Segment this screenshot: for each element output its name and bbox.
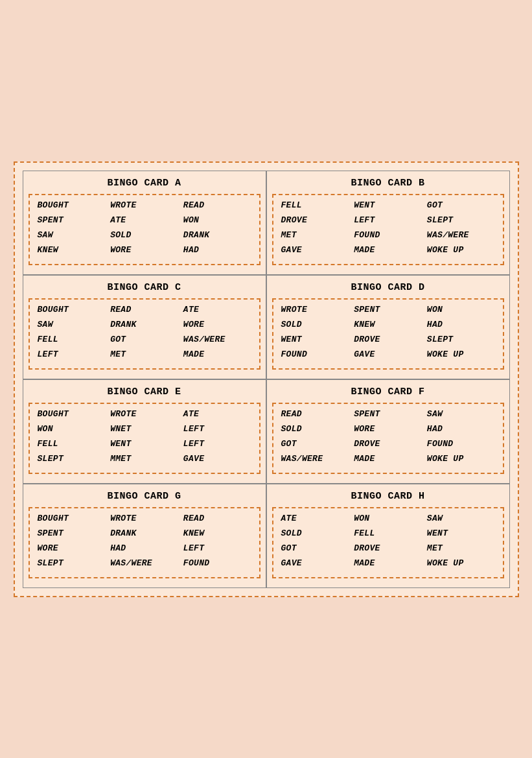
bingo-card-a: BINGO CARD ABOUGHTWROTEREADSPENTATEWONSA… [23, 171, 266, 275]
card-cell: KNEW [35, 244, 108, 256]
card-cell: SOLD [279, 527, 352, 539]
card-cell: READ [279, 408, 352, 420]
card-cell: MADE [181, 348, 254, 361]
bingo-card-c: BINGO CARD CBOUGHTREADATESAWDRANKWOREFEL… [23, 275, 266, 379]
card-cell: FOUND [181, 557, 254, 569]
card-cell: SPENT [35, 214, 108, 226]
card-row: FELLWENTGOT [279, 199, 498, 211]
card-row: WOREHADLEFT [35, 542, 254, 554]
card-cell: GAVE [181, 453, 254, 465]
card-row: GOTDROVEMET [279, 542, 498, 554]
card-cell: WENT [108, 438, 181, 450]
card-row: FOUNDGAVEWOKE UP [279, 348, 498, 361]
bingo-card-h: BINGO CARD HATEWONSAWSOLDFELLWENTGOTDROV… [266, 484, 510, 588]
card-title-c: BINGO CARD C [29, 282, 260, 293]
card-cell: GOT [424, 199, 498, 211]
card-row: READSPENTSAW [279, 408, 498, 420]
card-row: GOTDROVEFOUND [279, 438, 498, 450]
card-title-h: BINGO CARD H [272, 491, 504, 502]
card-cell: DROVE [279, 214, 352, 226]
card-row: DROVELEFTSLEPT [279, 214, 498, 226]
card-cell: SAW [35, 318, 108, 331]
card-cell: LEFT [181, 438, 254, 450]
card-cell: WENT [279, 333, 352, 346]
card-cell: READ [181, 199, 254, 211]
card-cell: KNEW [181, 527, 254, 539]
card-title-g: BINGO CARD G [29, 491, 260, 502]
card-cell: GAVE [279, 557, 352, 569]
card-cell: WROTE [108, 199, 181, 211]
card-cell: WORE [35, 542, 108, 554]
card-cell: BOUGHT [35, 303, 108, 316]
card-cell: SPENT [35, 527, 108, 539]
card-title-f: BINGO CARD F [272, 386, 504, 397]
card-cell: WENT [424, 527, 498, 539]
card-cell: WON [351, 512, 424, 525]
card-cell: ATE [181, 303, 254, 316]
bingo-card-b: BINGO CARD BFELLWENTGOTDROVELEFTSLEPTMET… [266, 171, 510, 275]
card-row: GAVEMADEWOKE UP [279, 244, 498, 256]
card-cell: DROVE [351, 333, 424, 346]
card-row: BOUGHTREADATE [35, 303, 254, 316]
card-cell: ATE [279, 512, 352, 525]
card-row: SOLDKNEWHAD [279, 318, 498, 331]
card-cell: ATE [181, 408, 254, 420]
card-cell: SAW [424, 512, 498, 525]
card-cell: WENT [351, 199, 424, 211]
card-cell: WON [181, 214, 254, 226]
card-cell: SAW [35, 229, 108, 241]
card-row: METFOUNDWAS/WERE [279, 229, 498, 241]
card-cell: SLEPT [424, 214, 498, 226]
card-cell: SPENT [351, 303, 424, 316]
card-inner-a: BOUGHTWROTEREADSPENTATEWONSAWSOLDDRANKKN… [29, 194, 260, 265]
card-row: SOLDFELLWENT [279, 527, 498, 539]
card-row: BOUGHTWROTEREAD [35, 199, 254, 211]
card-row: SAWDRANKWORE [35, 318, 254, 331]
card-cell: WORE [108, 244, 181, 256]
card-cell: MET [108, 348, 181, 361]
card-cell: WON [35, 423, 108, 435]
card-row: SOLDWOREHAD [279, 423, 498, 435]
card-cell: WAS/WERE [181, 333, 254, 346]
card-cell: LEFT [351, 214, 424, 226]
card-inner-d: WROTESPENTWONSOLDKNEWHADWENTDROVESLEPTFO… [272, 298, 504, 370]
card-cell: BOUGHT [35, 408, 108, 420]
card-cell: ATE [108, 214, 181, 226]
card-cell: DROVE [351, 438, 424, 450]
card-cell: FOUND [351, 229, 424, 241]
bingo-card-d: BINGO CARD DWROTESPENTWONSOLDKNEWHADWENT… [266, 275, 510, 379]
card-row: FELLGOTWAS/WERE [35, 333, 254, 346]
card-cell: MET [424, 542, 498, 554]
card-cell: WROTE [279, 303, 352, 316]
card-cell: HAD [424, 423, 498, 435]
card-cell: WOKE UP [424, 244, 498, 256]
card-cell: DRANK [181, 229, 254, 241]
card-cell: KNEW [351, 318, 424, 331]
card-cell: FELL [279, 199, 352, 211]
card-cell: DRANK [108, 318, 181, 331]
card-cell: LEFT [181, 542, 254, 554]
card-cell: FELL [351, 527, 424, 539]
bingo-grid: BINGO CARD ABOUGHTWROTEREADSPENTATEWONSA… [23, 171, 510, 588]
card-title-a: BINGO CARD A [29, 178, 260, 189]
card-inner-e: BOUGHTWROTEATEWONWNETLEFTFELLWENTLEFTSLE… [29, 403, 260, 474]
card-cell: WROTE [108, 512, 181, 525]
card-row: WONWNETLEFT [35, 423, 254, 435]
card-cell: READ [108, 303, 181, 316]
card-cell: DROVE [351, 542, 424, 554]
page-container: BINGO CARD ABOUGHTWROTEREADSPENTATEWONSA… [14, 161, 519, 597]
card-cell: FELL [35, 333, 108, 346]
card-inner-c: BOUGHTREADATESAWDRANKWOREFELLGOTWAS/WERE… [29, 298, 260, 370]
card-cell: SLEPT [35, 557, 108, 569]
card-cell: FOUND [424, 438, 498, 450]
card-cell: READ [181, 512, 254, 525]
card-inner-h: ATEWONSAWSOLDFELLWENTGOTDROVEMETGAVEMADE… [272, 507, 504, 578]
card-cell: GAVE [351, 348, 424, 361]
card-row: KNEWWOREHAD [35, 244, 254, 256]
card-row: WROTESPENTWON [279, 303, 498, 316]
card-title-e: BINGO CARD E [29, 386, 260, 397]
card-row: SPENTATEWON [35, 214, 254, 226]
card-cell: MET [279, 229, 352, 241]
card-cell: WORE [181, 318, 254, 331]
card-inner-b: FELLWENTGOTDROVELEFTSLEPTMETFOUNDWAS/WER… [272, 194, 504, 265]
